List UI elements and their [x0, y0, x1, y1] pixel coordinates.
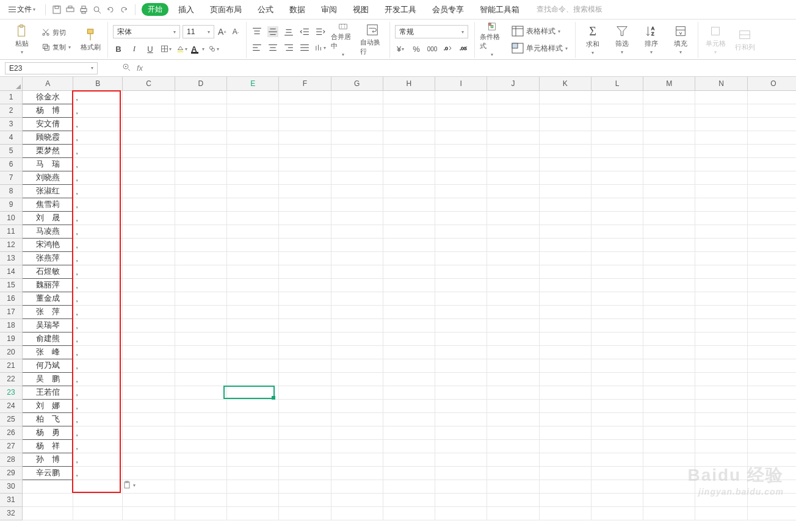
col-header-C[interactable]: C: [123, 77, 175, 90]
cell-N24[interactable]: [695, 399, 747, 412]
decrease-decimal-icon[interactable]: .00: [458, 43, 469, 54]
cell-L30[interactable]: [591, 480, 643, 493]
cell-G31[interactable]: [331, 493, 383, 506]
cell-K3[interactable]: [539, 117, 591, 131]
cell-G20[interactable]: [331, 345, 383, 359]
cell-I1[interactable]: [435, 90, 487, 104]
table-style-button[interactable]: 表格样式▾: [509, 24, 570, 38]
cell-H7[interactable]: [383, 171, 435, 184]
cell-M21[interactable]: [643, 359, 695, 372]
col-header-M[interactable]: M: [643, 77, 695, 90]
cell-N16[interactable]: [695, 292, 747, 305]
cell-D23[interactable]: [175, 386, 226, 399]
cell-style-button[interactable]: 单元格样式▾: [509, 41, 570, 56]
cell-C14[interactable]: [123, 265, 175, 278]
cell-I20[interactable]: [435, 345, 487, 359]
cell-D14[interactable]: [175, 265, 226, 278]
cell-G17[interactable]: [331, 305, 383, 318]
row-header-12[interactable]: 12: [0, 238, 23, 251]
percent-icon[interactable]: %: [411, 43, 422, 54]
cell-H11[interactable]: [383, 225, 435, 238]
cell-C8[interactable]: [123, 184, 175, 198]
cell-N19[interactable]: [695, 332, 747, 345]
cell-E3[interactable]: [227, 117, 279, 131]
file-menu-button[interactable]: 文件 ▾: [5, 3, 39, 16]
cell-D3[interactable]: [175, 117, 226, 131]
cell-B29[interactable]: ,: [73, 466, 123, 480]
cell-K16[interactable]: [539, 292, 591, 305]
cell-I24[interactable]: [435, 399, 487, 412]
cell-O7[interactable]: [747, 171, 796, 184]
cell-B24[interactable]: ,: [73, 399, 123, 412]
cell-O22[interactable]: [747, 372, 796, 386]
cell-J9[interactable]: [487, 198, 539, 211]
cell-A2[interactable]: 杨 博: [23, 104, 73, 117]
cell-H18[interactable]: [383, 318, 435, 332]
cell-N30[interactable]: [695, 480, 747, 493]
tab-dev-tools[interactable]: 开发工具: [378, 2, 422, 18]
cell-D32[interactable]: [175, 506, 226, 520]
cell-H8[interactable]: [383, 184, 435, 198]
cell-L28[interactable]: [591, 453, 643, 466]
command-search[interactable]: 查找命令、搜索模板: [534, 4, 602, 15]
col-header-K[interactable]: K: [539, 77, 591, 90]
cell-H14[interactable]: [383, 265, 435, 278]
cell-G19[interactable]: [331, 332, 383, 345]
cell-L18[interactable]: [591, 318, 643, 332]
cell-E4[interactable]: [227, 131, 279, 144]
cell-A27[interactable]: 杨 祥: [23, 439, 73, 453]
align-right-icon[interactable]: [283, 42, 294, 53]
cell-M31[interactable]: [643, 493, 695, 506]
cells-button[interactable]: 单元格▾: [703, 22, 728, 57]
cell-F20[interactable]: [279, 345, 331, 359]
row-header-15[interactable]: 15: [0, 278, 23, 292]
cell-L1[interactable]: [591, 90, 643, 104]
cell-B27[interactable]: ,: [73, 439, 123, 453]
align-top-icon[interactable]: [251, 26, 262, 37]
cell-J12[interactable]: [487, 238, 539, 251]
cell-E22[interactable]: [227, 372, 279, 386]
cell-H28[interactable]: [383, 453, 435, 466]
cell-O16[interactable]: [747, 292, 796, 305]
row-header-3[interactable]: 3: [0, 117, 23, 131]
cell-B8[interactable]: ,: [73, 184, 123, 198]
cell-G30[interactable]: [331, 480, 383, 493]
cell-D25[interactable]: [175, 412, 226, 426]
cell-C25[interactable]: [123, 412, 175, 426]
cell-N29[interactable]: [695, 466, 747, 480]
cell-G8[interactable]: [331, 184, 383, 198]
cell-F10[interactable]: [279, 211, 331, 225]
cell-E17[interactable]: [227, 305, 279, 318]
decrease-indent-icon[interactable]: [299, 26, 310, 37]
cancel-fx-icon[interactable]: [122, 63, 131, 73]
cell-L6[interactable]: [591, 157, 643, 171]
cell-H27[interactable]: [383, 439, 435, 453]
cell-O6[interactable]: [747, 157, 796, 171]
row-header-11[interactable]: 11: [0, 225, 23, 238]
cell-K19[interactable]: [539, 332, 591, 345]
cell-C17[interactable]: [123, 305, 175, 318]
cell-L8[interactable]: [591, 184, 643, 198]
cell-L32[interactable]: [591, 506, 643, 520]
fill-color-icon[interactable]: ▾: [176, 43, 187, 54]
cell-A15[interactable]: 魏丽萍: [23, 278, 73, 292]
cell-J31[interactable]: [487, 493, 539, 506]
cell-A17[interactable]: 张 萍: [23, 305, 73, 318]
cell-C15[interactable]: [123, 278, 175, 292]
cell-O26[interactable]: [747, 426, 796, 439]
cell-B28[interactable]: ,: [73, 453, 123, 466]
sort-button[interactable]: AZ排序▾: [639, 22, 664, 57]
cell-M22[interactable]: [643, 372, 695, 386]
cell-A16[interactable]: 董金成: [23, 292, 73, 305]
cell-O10[interactable]: [747, 211, 796, 225]
tab-page-layout[interactable]: 页面布局: [204, 2, 248, 18]
cell-M5[interactable]: [643, 144, 695, 157]
cell-A21[interactable]: 何乃斌: [23, 359, 73, 372]
cell-G16[interactable]: [331, 292, 383, 305]
cell-G7[interactable]: [331, 171, 383, 184]
cell-H17[interactable]: [383, 305, 435, 318]
cell-E13[interactable]: [227, 251, 279, 265]
cell-C6[interactable]: [123, 157, 175, 171]
cell-H12[interactable]: [383, 238, 435, 251]
font-color-icon[interactable]: A▾: [192, 43, 203, 54]
